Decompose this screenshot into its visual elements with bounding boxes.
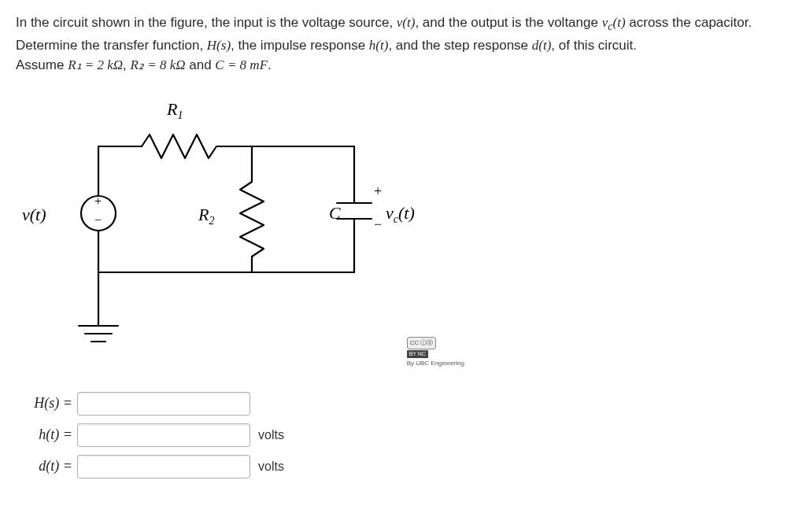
answer-input-ht[interactable] bbox=[77, 423, 250, 447]
answer-label-ht: h(t) = bbox=[16, 424, 77, 445]
cc-icons: CC ⓘⓢ bbox=[407, 337, 437, 349]
problem-text-part: , and the output is the voltange bbox=[415, 15, 601, 30]
source-minus: − bbox=[94, 211, 102, 230]
label-R1: R1 bbox=[167, 96, 183, 124]
answer-row-ht: h(t) = volts bbox=[16, 423, 790, 447]
var-dt: d(t) bbox=[532, 38, 552, 53]
label-R2: R2 bbox=[198, 201, 214, 229]
label-C: C bbox=[329, 200, 341, 226]
var-Hs: H(s) bbox=[207, 38, 231, 53]
answer-row-Hs: H(s) = bbox=[16, 392, 790, 416]
var-vct: vc(t) bbox=[602, 15, 626, 30]
var-vt: v(t) bbox=[397, 15, 416, 30]
label-vct: vc(t) bbox=[386, 200, 415, 227]
problem-text-part: , the impulse response bbox=[231, 38, 369, 53]
circuit-diagram: R1 R2 C v(t) vc(t) + − + − CC ⓘⓢ BY NC B… bbox=[16, 91, 472, 382]
given-R1: R₁ = 2 kΩ bbox=[68, 57, 123, 72]
answer-label-dt: d(t) = bbox=[16, 456, 77, 477]
output-minus: − bbox=[374, 214, 382, 235]
cc-by-nc: BY NC bbox=[407, 350, 428, 359]
problem-text-part: Assume bbox=[16, 57, 68, 72]
problem-text-part: and bbox=[186, 57, 216, 72]
answer-input-dt[interactable] bbox=[77, 455, 250, 478]
source-plus: + bbox=[94, 192, 102, 211]
sep: , bbox=[123, 57, 130, 72]
answer-section: H(s) = h(t) = volts d(t) = volts bbox=[16, 392, 790, 478]
var-ht: h(t) bbox=[369, 38, 389, 53]
answer-input-Hs[interactable] bbox=[77, 392, 250, 416]
output-plus: + bbox=[374, 181, 382, 202]
problem-text-part: , of this circuit. bbox=[551, 38, 637, 53]
problem-text-part: . bbox=[268, 57, 272, 72]
given-R2: R₂ = 8 kΩ bbox=[131, 57, 186, 72]
circuit-svg bbox=[16, 91, 472, 382]
problem-statement: In the circuit shown in the figure, the … bbox=[16, 13, 790, 76]
attribution-badge: CC ⓘⓢ BY NC By UBC Engineering bbox=[407, 337, 464, 368]
answer-label-Hs: H(s) = bbox=[16, 393, 77, 414]
answer-unit-dt: volts bbox=[258, 457, 284, 476]
problem-text-part: In the circuit shown in the figure, the … bbox=[16, 15, 397, 30]
label-vt: v(t) bbox=[22, 201, 46, 227]
given-C: C = 8 mF bbox=[215, 57, 268, 72]
answer-row-dt: d(t) = volts bbox=[16, 455, 790, 478]
cc-byline: By UBC Engineering bbox=[407, 360, 464, 367]
problem-text-part: , and the step response bbox=[388, 38, 531, 53]
answer-unit-ht: volts bbox=[258, 426, 284, 445]
